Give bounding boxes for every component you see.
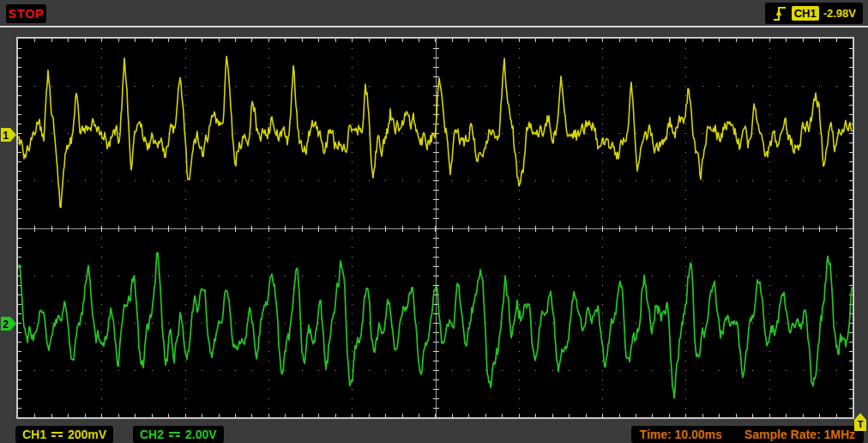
ch1-position-marker[interactable]: 1 [1,128,17,142]
ch1-scale-value: 200mV [68,428,106,441]
rising-edge-trigger-icon [772,4,787,22]
ch1-label: CH1 [22,428,46,441]
top-separator [0,26,868,27]
ch2-scale-value: 2.00V [185,428,217,441]
ch2-settings[interactable]: CH2 2.00V [133,426,224,443]
trigger-source-chip: CH1 [792,6,819,21]
ch2-marker-label: 2 [3,319,9,331]
ch2-dc-coupling-icon [169,432,180,437]
sample-rate-value: Sample Rate: 1MHz [744,428,855,441]
timebase-value: Time: 10.00ms [640,428,722,441]
trigger-info[interactable]: CH1 -2.98V [765,3,863,24]
ch2-label: CH2 [140,428,164,441]
trigger-position-marker[interactable]: T [854,413,866,431]
display-frame [16,37,854,419]
ch1-marker-label: 1 [3,130,9,142]
trigger-level-value: -2.98V [823,7,856,20]
ch1-settings[interactable]: CH1 200mV [15,426,113,443]
waveform-canvas [18,39,853,417]
trigger-marker-label: T [858,419,864,429]
ch2-position-marker[interactable]: 2 [1,317,17,331]
ch1-dc-coupling-icon [51,432,63,437]
timebase-info: Time: 10.00ms Sample Rate: 1MHz [631,426,864,443]
acquisition-status-label: STOP [9,7,45,21]
acquisition-status[interactable]: STOP [6,4,46,23]
